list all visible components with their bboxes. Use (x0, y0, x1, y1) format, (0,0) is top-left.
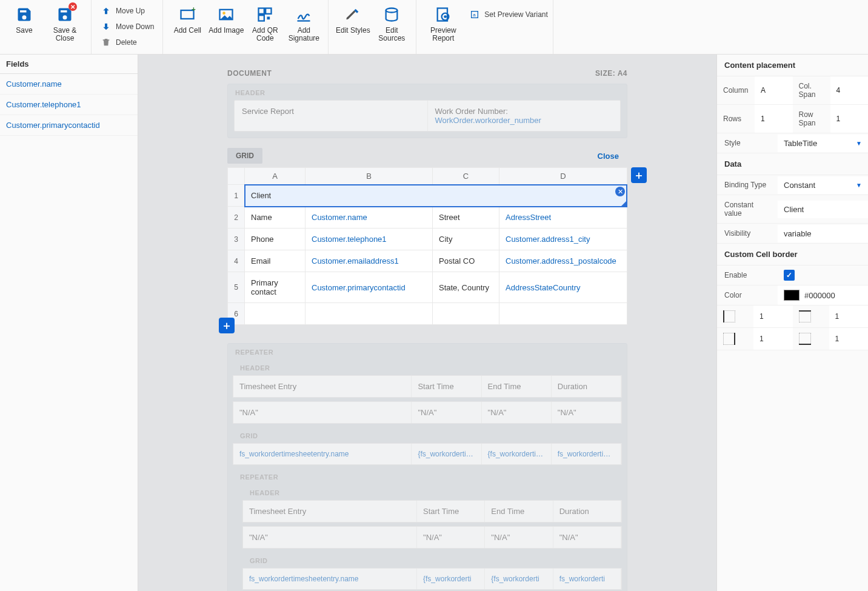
document-size: SIZE: A4 (595, 69, 627, 78)
rep-header-cell[interactable]: Timesheet Entry (233, 376, 412, 397)
add-signature-button[interactable]: Add Signature (284, 2, 323, 42)
add-cell-button[interactable]: + Add Cell (168, 2, 207, 35)
row-header[interactable]: 2 (228, 207, 245, 229)
edit-sources-button[interactable]: Edit Sources (372, 2, 411, 42)
canvas[interactable]: DOCUMENT SIZE: A4 HEADER Service Report … (138, 55, 716, 591)
column-value[interactable]: A (755, 76, 793, 105)
svg-text:+: + (192, 6, 196, 13)
grid-cell[interactable]: Street (433, 207, 499, 229)
delete-button[interactable]: Delete (100, 36, 154, 48)
grid-cell[interactable]: Customer.telephone1 (305, 229, 433, 250)
grid-cell[interactable]: Customer.address1_postalcode (499, 250, 627, 272)
grid-cell[interactable] (245, 303, 305, 325)
rep-na-cell[interactable]: "N/A" (412, 402, 481, 423)
header-cell-right[interactable]: Work Order Number: WorkOrder.workorder_n… (428, 101, 621, 131)
grid-cell[interactable] (305, 303, 433, 325)
set-preview-variant-button[interactable]: a Set Preview Variant (469, 8, 548, 21)
rep-grid-cell[interactable]: fs_workordertimesheetentry.name (243, 569, 417, 589)
col-header-a[interactable]: A (245, 168, 305, 185)
grid-cell[interactable]: City (433, 229, 499, 250)
grid-cell[interactable]: State, Country (433, 272, 499, 303)
rep-header-cell[interactable]: Duration (553, 501, 621, 522)
rep-grid-cell[interactable]: {fs_workorderti (485, 569, 553, 589)
add-column-button[interactable]: ＋ (631, 167, 647, 183)
rep-na-cell[interactable]: "N/A" (233, 402, 412, 423)
col-header-b[interactable]: B (305, 168, 433, 185)
border-top-value[interactable]: 1 (829, 306, 869, 328)
header-cell-left[interactable]: Service Report (235, 101, 428, 131)
grid-close-button[interactable]: Close (598, 152, 621, 161)
grid-cell-selected[interactable]: Client (245, 185, 627, 207)
grid-cell[interactable]: Customer.name (305, 207, 433, 229)
rep-na-cell[interactable]: "N/A" (243, 527, 417, 548)
row-header[interactable]: 5 (228, 272, 245, 303)
rep-header-cell[interactable]: Start Time (417, 501, 485, 522)
repeater-section[interactable]: REPEATER HEADER Timesheet Entry Start Ti… (227, 343, 627, 591)
grid-cell[interactable] (499, 303, 627, 325)
border-bottom-value[interactable]: 1 (829, 328, 869, 350)
border-right-value[interactable]: 1 (753, 328, 793, 350)
row-header[interactable]: 4 (228, 250, 245, 272)
grid-cell[interactable]: Customer.primarycontactid (305, 272, 433, 303)
rep-na-cell[interactable]: "N/A" (482, 402, 552, 423)
grid-cell[interactable]: Customer.emailaddress1 (305, 250, 433, 272)
rep-na-cell[interactable]: "N/A" (552, 402, 621, 423)
clear-cell-button[interactable]: ✕ (615, 187, 625, 196)
rep-header-cell[interactable]: Timesheet Entry (243, 501, 417, 522)
rep-na-cell[interactable]: "N/A" (485, 527, 553, 548)
save-button[interactable]: Save (5, 2, 44, 35)
grid-cell[interactable]: Email (245, 250, 305, 272)
rep-header-cell[interactable]: End Time (482, 376, 552, 397)
grid-cell[interactable]: Primary contact (245, 272, 305, 303)
grid-cell[interactable]: Postal CO (433, 250, 499, 272)
enable-checkbox[interactable]: ✓ (778, 265, 868, 285)
rep-header-cell[interactable]: Start Time (412, 376, 481, 397)
rep-grid-cell[interactable]: {fs_workordertimesheetentry.... (412, 444, 481, 464)
add-qr-button[interactable]: Add QR Code (245, 2, 284, 42)
visibility-input[interactable]: variable (778, 225, 868, 242)
rep-header-cell[interactable]: End Time (485, 501, 553, 522)
add-row-button[interactable]: ＋ (219, 318, 235, 333)
header-section[interactable]: HEADER Service Report Work Order Number:… (227, 84, 627, 138)
border-header: Custom Cell border (717, 244, 868, 265)
colspan-value[interactable]: 4 (830, 76, 869, 105)
grid-cell[interactable]: Customer.address1_city (499, 229, 627, 250)
rep-header-cell[interactable]: Duration (552, 376, 621, 397)
binding-type-dropdown[interactable]: Constant ▼ (778, 176, 868, 194)
move-down-button[interactable]: Move Down (100, 21, 154, 33)
edit-styles-button[interactable]: Edit Styles (333, 2, 372, 35)
rep-grid-cell[interactable]: {fs_workorderti (417, 569, 485, 589)
rep-na-cell[interactable]: "N/A" (553, 527, 621, 548)
grid-cell[interactable]: Name (245, 207, 305, 229)
rep-grid-cell[interactable]: fs_workordertimesheetentry.... (552, 444, 621, 464)
add-image-button[interactable]: Add Image (207, 2, 245, 35)
style-dropdown[interactable]: TableTitle ▼ (778, 135, 868, 152)
color-input[interactable]: #000000 (778, 285, 868, 305)
border-left-value[interactable]: 1 (753, 306, 793, 328)
rep-grid-cell[interactable]: fs_workordertimesheetentry.name (233, 444, 412, 464)
row-header[interactable]: 1 (228, 185, 245, 207)
preview-report-button[interactable]: Preview Report (421, 2, 465, 42)
repeater-grid-label: GRID (238, 552, 627, 568)
rows-value[interactable]: 1 (755, 105, 793, 133)
move-up-button[interactable]: Move Up (100, 5, 154, 17)
row-header[interactable]: 3 (228, 229, 245, 250)
field-item[interactable]: Customer.primarycontactid (0, 115, 138, 136)
col-header-d[interactable]: D (499, 168, 627, 185)
rowspan-value[interactable]: 1 (830, 105, 869, 133)
field-item[interactable]: Customer.telephone1 (0, 95, 138, 115)
rep-na-cell[interactable]: "N/A" (417, 527, 485, 548)
save-close-button[interactable]: ✕ Save & Close (44, 2, 86, 42)
border-top-icon (799, 310, 811, 322)
resize-handle[interactable] (620, 201, 626, 207)
rep-grid-cell[interactable]: fs_workorderti (553, 569, 621, 589)
rep-grid-cell[interactable]: {fs_workordertimesheetentry.... (482, 444, 552, 464)
field-item[interactable]: Customer.name (0, 74, 138, 95)
grid-cell[interactable]: Phone (245, 229, 305, 250)
col-header-c[interactable]: C (433, 168, 499, 185)
grid-cell[interactable] (433, 303, 499, 325)
grid-cell[interactable]: AdressStreet (499, 207, 627, 229)
grid-cell[interactable]: AddressStateCountry (499, 272, 627, 303)
constant-value-input[interactable]: Client (778, 201, 868, 218)
grid-tab[interactable]: GRID (227, 148, 262, 164)
